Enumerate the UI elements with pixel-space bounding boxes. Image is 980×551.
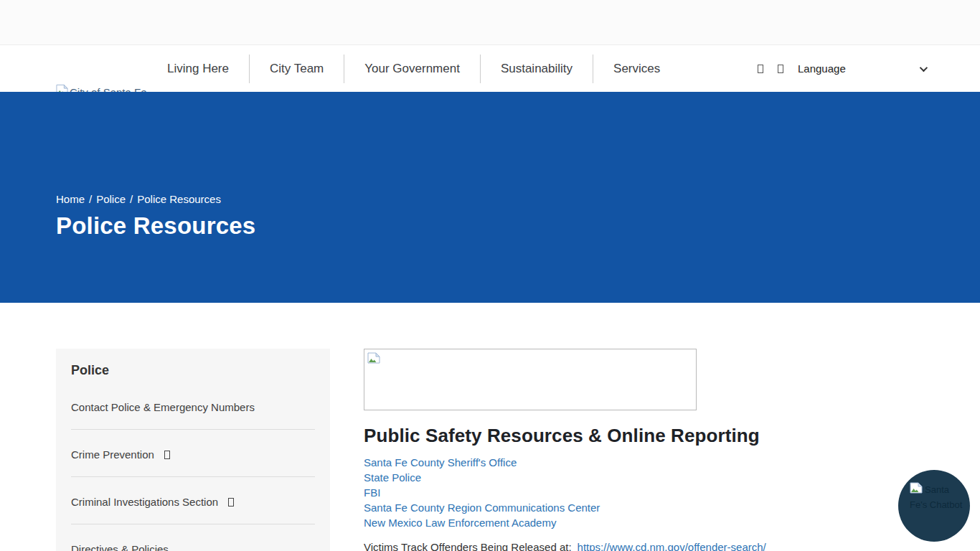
list-item: Criminal Investigations Section — [71, 476, 315, 524]
page: Living Here City Team Your Government Su… — [0, 0, 980, 551]
link-sheriffs-office[interactable]: Santa Fe County Sheriff's Office — [364, 455, 794, 470]
sidebar-item-crime-prevention[interactable]: Crime Prevention — [71, 448, 315, 461]
breadcrumb: Home/Police/Police Resources — [56, 192, 980, 207]
hero-banner: Home/Police/Police Resources Police Reso… — [0, 92, 980, 303]
sidebar-item-label: Crime Prevention — [71, 448, 154, 461]
page-title: Police Resources — [56, 212, 980, 240]
nav-utility-area: Language — [758, 45, 925, 92]
resource-link-list: Santa Fe County Sheriff's Office State P… — [364, 455, 794, 530]
nav-item-sustainability[interactable]: Sustainability — [481, 45, 593, 92]
missing-glyph-icon[interactable] — [758, 65, 763, 73]
sidebar-item-directives-policies[interactable]: Directives & Policies — [71, 543, 315, 551]
sidebar-police-menu: Police Contact Police & Emergency Number… — [56, 349, 330, 551]
breadcrumb-police-link[interactable]: Police — [96, 193, 126, 205]
sidebar-item-label: Criminal Investigations Section — [71, 496, 218, 508]
top-bar — [0, 0, 980, 45]
broken-image-icon — [367, 352, 380, 364]
nav-item-city-team[interactable]: City Team — [250, 45, 344, 92]
sidebar-title: Police — [56, 363, 330, 378]
offender-search-link[interactable]: https://www.cd.nm.gov/offender-search/ — [578, 541, 766, 551]
sidebar-item-label: Directives & Policies — [71, 543, 169, 551]
link-fbi[interactable]: FBI — [364, 485, 794, 500]
language-select-label: Language — [798, 62, 846, 75]
chat-widget-button[interactable]: Santa Fe's Chatbot — [898, 470, 970, 542]
chevron-down-icon — [920, 63, 928, 71]
sidebar-item-criminal-investigations[interactable]: Criminal Investigations Section — [71, 496, 315, 508]
sidebar-item-contact-police[interactable]: Contact Police & Emergency Numbers — [71, 401, 315, 413]
main-content: Public Safety Resources & Online Reporti… — [364, 349, 794, 551]
broken-image-icon — [910, 482, 923, 494]
link-law-enforcement-academy[interactable]: New Mexico Law Enforcement Academy — [364, 515, 794, 530]
content-heading: Public Safety Resources & Online Reporti… — [364, 425, 794, 447]
missing-glyph-icon[interactable] — [778, 65, 783, 73]
victims-track-label: Victims Track Offenders Being Released a… — [364, 541, 572, 551]
missing-glyph-icon — [164, 451, 170, 459]
nav-menu: Living Here City Team Your Government Su… — [147, 45, 680, 92]
list-item: Contact Police & Emergency Numbers — [71, 382, 315, 429]
link-communications-center[interactable]: Santa Fe County Region Communications Ce… — [364, 500, 794, 515]
sidebar-list: Contact Police & Emergency Numbers Crime… — [56, 382, 330, 551]
main-navigation: Living Here City Team Your Government Su… — [0, 45, 980, 92]
nav-item-services[interactable]: Services — [593, 45, 680, 92]
nav-item-your-government[interactable]: Your Government — [344, 45, 480, 92]
victims-track-paragraph: Victims Track Offenders Being Released a… — [364, 541, 794, 551]
language-select[interactable]: Language — [798, 62, 925, 75]
breadcrumb-home-link[interactable]: Home — [56, 193, 85, 205]
content-image-placeholder — [364, 349, 697, 410]
link-state-police[interactable]: State Police — [364, 470, 794, 485]
missing-glyph-icon — [228, 498, 234, 507]
sidebar-item-label: Contact Police & Emergency Numbers — [71, 401, 255, 413]
breadcrumb-separator: / — [89, 193, 92, 205]
list-item: Directives & Policies — [71, 524, 315, 551]
nav-item-living-here[interactable]: Living Here — [147, 45, 249, 92]
list-item: Crime Prevention — [71, 429, 315, 476]
breadcrumb-separator: / — [130, 193, 133, 205]
breadcrumb-current: Police Resources — [137, 193, 221, 205]
